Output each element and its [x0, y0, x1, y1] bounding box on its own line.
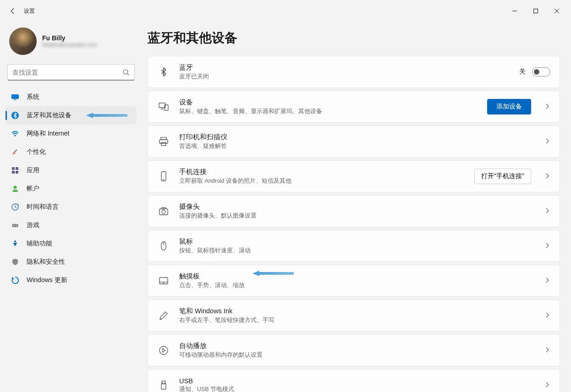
phone-card: 手机连接 立即获取 Android 设备的照片、短信及其他 打开"手机连接"	[148, 160, 560, 192]
svg-rect-18	[12, 224, 18, 227]
sidebar-item-label: 游戏	[27, 221, 39, 229]
chevron-right-icon	[544, 381, 550, 389]
camera-row[interactable]: 摄像头 连接的摄像头、默认图像设置	[148, 196, 560, 227]
devices-title: 设备	[179, 98, 487, 107]
devices-card: 设备 鼠标、键盘、触笔、音频、显示器和扩展坞、其他设备 添加设备	[148, 91, 560, 123]
printers-icon	[157, 135, 170, 148]
touchpad-icon	[157, 274, 170, 287]
pen-desc: 右手或左手、笔按钮快捷方式、手写	[179, 316, 538, 324]
phone-icon	[157, 170, 170, 183]
sidebar-item-label: 隐私和安全性	[27, 258, 65, 266]
bluetooth-icon	[11, 111, 19, 120]
bluetooth-state-label: 关	[519, 68, 526, 76]
nav-list: 系统 蓝牙和其他设备 网络和 Internet 个性化 应用 帐户 文 时间和语…	[5, 88, 137, 289]
usb-desc: 通知、USB 节电模式	[179, 386, 538, 392]
svg-rect-14	[16, 171, 18, 174]
svg-rect-11	[12, 167, 15, 170]
autoplay-row[interactable]: 自动播放 可移动驱动器和内存的默认设置	[148, 335, 560, 366]
camera-desc: 连接的摄像头、默认图像设置	[179, 212, 538, 220]
sidebar-item-accounts[interactable]: 帐户	[5, 180, 137, 198]
autoplay-icon	[157, 344, 170, 357]
close-icon	[555, 9, 559, 13]
usb-row[interactable]: USB 通知、USB 节电模式	[148, 370, 560, 392]
svg-point-19	[13, 225, 14, 226]
apps-icon	[11, 166, 19, 174]
svg-rect-27	[161, 142, 166, 146]
sidebar-item-apps[interactable]: 应用	[5, 161, 137, 180]
mouse-row[interactable]: 鼠标 按钮、鼠标指针速度、滚动	[148, 230, 560, 261]
brush-icon	[11, 148, 19, 156]
accessibility-icon	[11, 240, 19, 248]
svg-point-21	[14, 240, 16, 242]
gamepad-icon	[11, 221, 19, 229]
bluetooth-toggle[interactable]	[532, 67, 550, 76]
sidebar-item-label: 系统	[27, 93, 39, 101]
sidebar-item-accessibility[interactable]: 辅助功能	[5, 234, 137, 253]
printers-desc: 首选项、疑难解答	[179, 142, 538, 150]
svg-rect-40	[161, 384, 166, 389]
wifi-icon	[11, 130, 19, 138]
chevron-right-icon	[544, 173, 550, 180]
touchpad-row[interactable]: 触摸板 点击、手势、滚动、缩放	[148, 265, 560, 296]
sidebar-item-time[interactable]: 文 时间和语言	[5, 198, 137, 216]
chevron-right-icon	[544, 242, 550, 250]
sidebar-item-gaming[interactable]: 游戏	[5, 216, 137, 234]
sidebar-item-personalize[interactable]: 个性化	[5, 143, 137, 161]
app-title: 设置	[24, 7, 35, 15]
sidebar-item-label: 蓝牙和其他设备	[27, 111, 71, 120]
printers-card: 打印机和扫描仪 首选项、疑难解答	[148, 125, 560, 158]
avatar	[9, 27, 37, 55]
sidebar-item-update[interactable]: Windows 更新	[5, 271, 137, 289]
chevron-right-icon	[544, 103, 550, 111]
sidebar-item-label: 帐户	[27, 185, 39, 193]
annotation-arrow	[253, 270, 294, 277]
devices-row[interactable]: 设备 鼠标、键盘、触笔、音频、显示器和扩展坞、其他设备 添加设备	[148, 91, 560, 122]
sidebar-item-privacy[interactable]: 隐私和安全性	[5, 253, 137, 271]
maximize-button[interactable]	[525, 4, 546, 18]
touchpad-title: 触摸板	[179, 272, 538, 281]
svg-rect-1	[534, 9, 538, 13]
bluetooth-title: 蓝牙	[179, 63, 519, 72]
search-icon	[122, 69, 130, 76]
sidebar-item-system[interactable]: 系统	[5, 88, 137, 106]
minimize-button[interactable]	[504, 4, 525, 18]
svg-point-20	[16, 225, 17, 226]
touchpad-card: 触摸板 点击、手势、滚动、缩放	[148, 265, 560, 297]
sidebar-item-label: 时间和语言	[27, 203, 59, 211]
svg-rect-7	[14, 99, 16, 100]
bluetooth-card: 蓝牙 蓝牙已关闭 关	[148, 56, 560, 88]
sidebar-item-bluetooth[interactable]: 蓝牙和其他设备	[5, 106, 137, 125]
update-icon	[11, 276, 19, 284]
svg-point-15	[14, 186, 17, 189]
chevron-right-icon	[544, 347, 550, 354]
mouse-icon	[157, 240, 170, 252]
phone-row[interactable]: 手机连接 立即获取 Android 设备的照片、短信及其他 打开"手机连接"	[148, 161, 560, 192]
devices-desc: 鼠标、键盘、触笔、音频、显示器和扩展坞、其他设备	[179, 108, 487, 115]
maximize-icon	[533, 9, 538, 13]
autoplay-card: 自动播放 可移动驱动器和内存的默认设置	[148, 334, 560, 366]
devices-add-button[interactable]: 添加设备	[487, 99, 531, 114]
phone-open-button[interactable]: 打开"手机连接"	[474, 169, 531, 184]
printers-title: 打印机和扫描仪	[179, 133, 538, 142]
search-input[interactable]	[12, 69, 122, 76]
search-box[interactable]	[7, 64, 135, 81]
svg-point-4	[123, 70, 128, 74]
printers-row[interactable]: 打印机和扫描仪 首选项、疑难解答	[148, 126, 560, 157]
back-button[interactable]	[4, 2, 22, 20]
pen-row[interactable]: 笔和 Windows Ink 右手或左手、笔按钮快捷方式、手写	[148, 300, 560, 331]
profile-section[interactable]: Fu Billy hidden@example.com	[5, 26, 137, 62]
close-button[interactable]	[546, 4, 567, 18]
usb-icon	[157, 379, 170, 392]
titlebar: 设置	[0, 0, 571, 22]
svg-line-5	[127, 74, 129, 75]
usb-card: USB 通知、USB 节电模式	[148, 369, 560, 392]
svg-point-31	[162, 210, 165, 214]
sidebar-item-network[interactable]: 网络和 Internet	[5, 125, 137, 143]
bluetooth-row[interactable]: 蓝牙 蓝牙已关闭 关	[148, 56, 560, 87]
autoplay-desc: 可移动驱动器和内存的默认设置	[179, 351, 538, 359]
svg-rect-25	[161, 137, 166, 140]
chevron-right-icon	[544, 312, 550, 320]
monitor-icon	[11, 93, 19, 101]
window-controls	[504, 4, 567, 18]
chevron-right-icon	[544, 277, 550, 285]
